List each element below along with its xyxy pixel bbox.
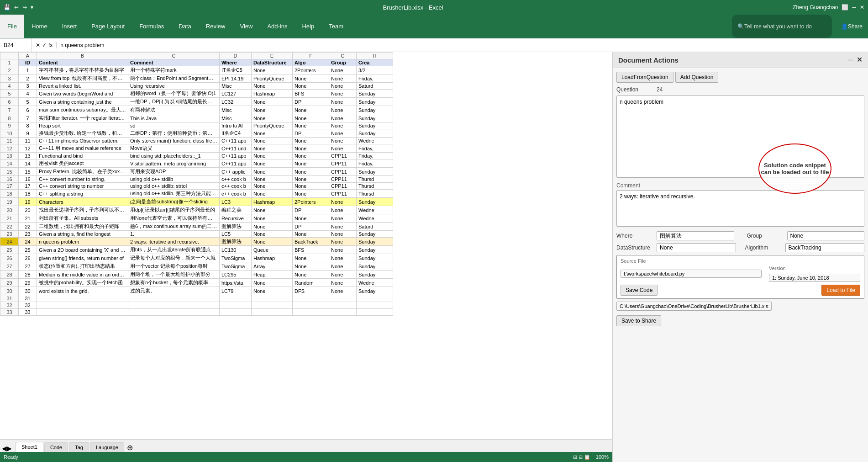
cell-ds[interactable]: None <box>252 83 293 90</box>
cell-comment[interactable]: sd <box>128 122 220 129</box>
cell-id[interactable]: 28 <box>19 271 37 279</box>
tab-addins[interactable]: Add-ins <box>260 15 295 38</box>
cell-id[interactable]: 27 <box>19 262 37 271</box>
cell-created[interactable] <box>357 309 393 316</box>
cell-where[interactable]: c++ cook b <box>220 190 252 198</box>
cell-created[interactable]: Thursd <box>357 183 393 190</box>
cell-content[interactable]: Given two words (beginWord and <box>37 90 128 98</box>
cell-group[interactable]: None <box>329 206 357 214</box>
col-header-f[interactable]: F <box>293 53 329 59</box>
cell-where[interactable] <box>220 302 252 309</box>
cell-created[interactable]: Sunday <box>357 98 393 106</box>
cell-ds[interactable]: PriorityQueue <box>252 122 293 129</box>
cell-group[interactable]: CPP11 <box>329 176 357 183</box>
cell-algo[interactable]: None <box>293 122 329 129</box>
cell-ds[interactable]: None <box>252 106 293 114</box>
cell-id[interactable]: 25 <box>19 246 37 254</box>
cell-where[interactable]: It名企C4 <box>220 129 252 138</box>
cell-where[interactable]: c++ cook b <box>220 176 252 183</box>
cell-id[interactable]: 13 <box>19 153 37 159</box>
cell-created[interactable] <box>357 302 393 309</box>
sheet-tab-tag[interactable]: Tag <box>69 442 89 452</box>
cell-content[interactable]: Characters <box>37 198 128 206</box>
save-icon[interactable]: 💾 <box>4 4 11 11</box>
cell-id[interactable]: 31 <box>19 295 37 302</box>
cell-ds[interactable] <box>252 295 293 302</box>
cell-created[interactable]: Sunday <box>357 287 393 295</box>
cell-algo[interactable]: None <box>293 271 329 279</box>
cell-created[interactable]: Thursd <box>357 190 393 198</box>
cell-where[interactable]: C++11 app <box>220 153 252 159</box>
cell-group[interactable]: None <box>329 66 357 74</box>
cell-group[interactable]: CPP11 <box>329 183 357 190</box>
cell-content[interactable]: 被挑中的probability。实现一个fetch函 <box>37 279 128 287</box>
cell-ds[interactable]: None <box>252 129 293 138</box>
comment-textarea[interactable] <box>616 190 864 227</box>
cell-content[interactable]: C++ convert number to string. <box>37 176 128 183</box>
cell-comment[interactable]: 2 ways: iterative and recursive. <box>128 238 220 246</box>
load-to-file-button[interactable]: Load to File <box>821 285 860 296</box>
cell-created[interactable]: Sunday <box>357 246 393 254</box>
col-header-d[interactable]: D <box>220 53 252 59</box>
sheet-tab-code[interactable]: Code <box>44 442 68 452</box>
cell-created[interactable]: Sunday <box>357 90 393 98</box>
cell-ds[interactable]: None <box>252 287 293 295</box>
cell-id[interactable]: 19 <box>19 198 37 206</box>
cell-algo[interactable]: None <box>293 159 329 168</box>
tab-file[interactable]: File <box>0 15 24 38</box>
cell-content[interactable]: Given a string containing just the <box>37 98 128 106</box>
col-header-c[interactable]: C <box>128 53 220 59</box>
cell-algo[interactable]: None <box>293 254 329 262</box>
cell-id[interactable]: 8 <box>19 122 37 129</box>
source-path-input[interactable] <box>621 270 762 278</box>
cell-where[interactable]: LC130 <box>220 246 252 254</box>
cell-algo[interactable]: None <box>293 190 329 198</box>
cell-comment[interactable]: using old c++ stdlib <box>128 176 220 183</box>
cell-id[interactable]: 11 <box>19 138 37 144</box>
cell-where[interactable]: LC79 <box>220 287 252 295</box>
cell-ds[interactable]: None <box>252 159 293 168</box>
cell-ds[interactable]: None <box>252 214 293 223</box>
undo-icon[interactable]: ↩ <box>14 4 19 11</box>
cell-comment[interactable]: Only stores main() function, class file … <box>128 138 220 144</box>
cell-algo[interactable]: None <box>293 138 329 144</box>
cell-comment[interactable]: 用bfs，从一点出发iterate所有联通点，扫 <box>128 246 220 254</box>
tab-data[interactable]: Data <box>171 15 198 38</box>
cell-group[interactable]: None <box>329 144 357 153</box>
cell-content[interactable]: given string[] friends, return number of <box>37 254 128 262</box>
ribbon-search[interactable]: 🔍 <box>732 15 832 38</box>
cell-group[interactable]: None <box>329 106 357 114</box>
save-to-share-button[interactable]: Save to Share <box>616 315 661 326</box>
cell-ds[interactable]: PriorityQueue <box>252 74 293 83</box>
cell-id[interactable]: 4 <box>19 90 37 98</box>
cell-id[interactable]: 29 <box>19 279 37 287</box>
cell-id[interactable]: 12 <box>19 144 37 153</box>
cell-algo[interactable]: None <box>293 74 329 83</box>
cell-ds[interactable]: None <box>252 176 293 183</box>
cell-id[interactable]: 24 <box>19 238 37 246</box>
cell-id[interactable]: 7 <box>19 114 37 122</box>
cell-algo[interactable]: BFS <box>293 246 329 254</box>
cell-created[interactable]: Saturd <box>357 223 393 231</box>
cell-created[interactable]: Friday, <box>357 144 393 153</box>
cell-ds[interactable]: Array <box>252 262 293 271</box>
tab-page-layout[interactable]: Page Layout <box>84 15 132 38</box>
cell-algo[interactable]: 2Pointers <box>293 66 329 74</box>
cell-where[interactable]: Misc <box>220 106 252 114</box>
cell-ds[interactable]: Hashmap <box>252 254 293 262</box>
function-icon[interactable]: fx <box>48 42 53 48</box>
cell-group[interactable] <box>329 295 357 302</box>
cell-content[interactable]: n queens problem <box>37 238 128 246</box>
cell-group[interactable]: None <box>329 238 357 246</box>
cell-algo[interactable]: DP <box>293 98 329 106</box>
cell-group[interactable]: None <box>329 90 357 98</box>
cell-created[interactable]: Wedne <box>357 279 393 287</box>
cell-created[interactable]: Friday, <box>357 74 393 83</box>
cell-comment[interactable]: 想象有n个bucket，每个元素的概率对应 <box>128 279 220 287</box>
cell-algo[interactable]: None <box>293 183 329 190</box>
cell-ds[interactable]: None <box>252 183 293 190</box>
add-sheet-button[interactable]: ⊕ <box>127 443 133 452</box>
col-header-e[interactable]: E <box>252 53 293 59</box>
col-header-h[interactable]: H <box>357 53 393 59</box>
cell-group[interactable]: None <box>329 214 357 223</box>
